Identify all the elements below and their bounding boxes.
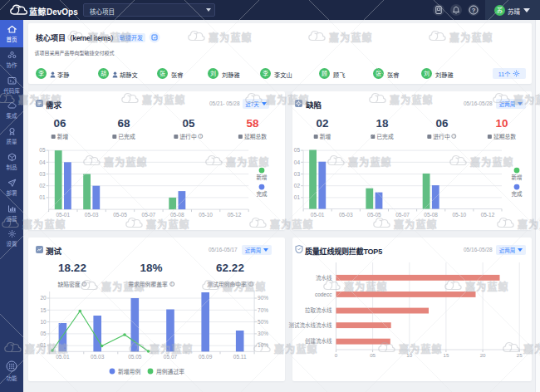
svg-text:05-08: 05-08 <box>424 212 438 218</box>
svg-text:05-01: 05-01 <box>311 212 325 218</box>
svg-text:完成: 完成 <box>512 190 523 198</box>
svg-text:02: 02 <box>39 183 46 189</box>
svg-text:15: 15 <box>40 307 47 313</box>
svg-text:01: 01 <box>39 194 46 200</box>
svg-text:新增: 新增 <box>512 174 523 181</box>
svg-text:拉取流水线: 拉取流水线 <box>305 306 332 314</box>
svg-text:15: 15 <box>443 352 449 358</box>
svg-text:02: 02 <box>294 183 301 189</box>
svg-text:05.01: 05.01 <box>56 354 70 360</box>
svg-text:05-12: 05-12 <box>481 212 495 218</box>
svg-text:05-10: 05-10 <box>199 212 213 218</box>
svg-text:05-03: 05-03 <box>339 212 353 218</box>
svg-text:05: 05 <box>294 147 301 153</box>
svg-text:05-07: 05-07 <box>395 212 410 218</box>
svg-text:05.05: 05.05 <box>128 354 142 360</box>
svg-text:新增: 新增 <box>257 174 268 181</box>
svg-text:04: 04 <box>294 159 301 165</box>
svg-text:03: 03 <box>294 171 301 177</box>
svg-text:01: 01 <box>294 194 301 200</box>
svg-text:0: 0 <box>335 352 338 358</box>
svg-text:03: 03 <box>39 171 46 177</box>
svg-text:20: 20 <box>40 295 47 301</box>
svg-text:05-07: 05-07 <box>142 212 156 218</box>
svg-text:10: 10 <box>406 352 412 358</box>
svg-text:05-10: 05-10 <box>453 212 467 218</box>
svg-text:05: 05 <box>370 352 376 358</box>
svg-text:05.09: 05.09 <box>199 354 213 360</box>
svg-text:10%: 10% <box>258 342 268 348</box>
svg-text:30%: 30% <box>258 331 268 336</box>
svg-text:05-08: 05-08 <box>170 212 184 218</box>
svg-text:用例通过率: 用例通过率 <box>156 368 184 375</box>
svg-text:90%: 90% <box>258 295 268 301</box>
svg-text:50%: 50% <box>258 319 268 325</box>
svg-text:完成: 完成 <box>257 190 268 198</box>
svg-text:05-12: 05-12 <box>228 212 242 218</box>
svg-text:25: 25 <box>517 352 523 358</box>
svg-text:05.07: 05.07 <box>164 354 178 360</box>
svg-text:创建流水线: 创建流水线 <box>305 337 332 345</box>
svg-text:05-03: 05-03 <box>85 212 99 218</box>
svg-text:新增用例: 新增用例 <box>118 368 140 375</box>
svg-text:05: 05 <box>40 331 47 336</box>
svg-text:codecc: codecc <box>315 292 332 297</box>
svg-text:05.11: 05.11 <box>233 354 247 360</box>
svg-text:05-01: 05-01 <box>56 212 70 218</box>
svg-text:05: 05 <box>39 147 46 153</box>
svg-text:01: 01 <box>40 342 47 348</box>
svg-text:测试流水线流水线: 测试流水线流水线 <box>289 321 333 329</box>
svg-text:流水线: 流水线 <box>316 274 332 282</box>
svg-text:20: 20 <box>480 352 486 358</box>
svg-text:05.03: 05.03 <box>91 354 105 360</box>
svg-text:05-05: 05-05 <box>113 212 127 218</box>
svg-text:10: 10 <box>40 319 47 325</box>
svg-text:70%: 70% <box>258 307 268 313</box>
svg-text:04: 04 <box>39 159 46 165</box>
svg-text:?: ? <box>472 7 476 14</box>
svg-text:05-05: 05-05 <box>367 212 381 218</box>
